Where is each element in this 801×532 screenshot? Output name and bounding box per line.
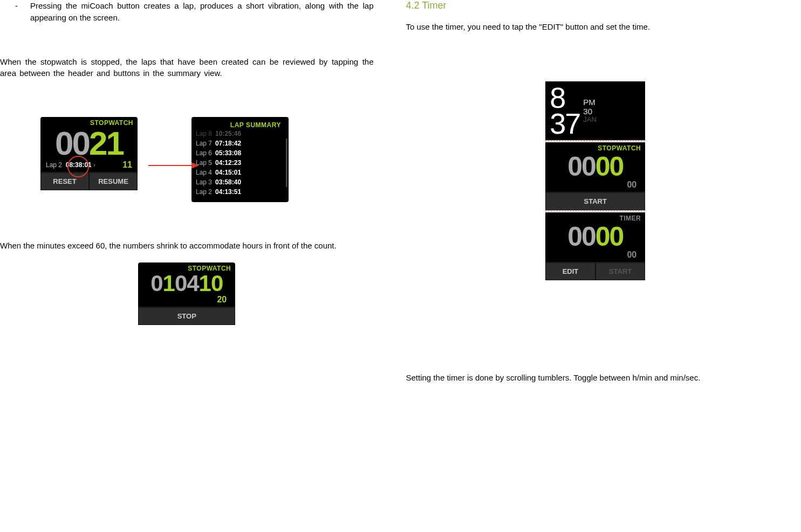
clock-hours: 8 [550, 85, 580, 111]
hours-dim2: 04 [175, 271, 199, 296]
clock-ampm: PM [583, 98, 597, 107]
resume-button[interactable]: RESUME [89, 172, 138, 190]
start-button[interactable]: START [545, 192, 645, 210]
clock-day: 30 [583, 107, 597, 116]
digits-minutes-accent: 21 [89, 125, 123, 162]
hours-sub-row: 20 [138, 295, 235, 307]
stopwatch-hours-digits: 010410 [138, 272, 235, 295]
lap-row: Lap 810:25:46 [196, 129, 285, 139]
bullet-text: Pressing the miCoach button creates a la… [30, 0, 374, 24]
lap-list[interactable]: Lap 810:25:46Lap 707:18:42Lap 605:33:08L… [196, 129, 285, 197]
lap-label: Lap 2 08:38:01 › [46, 161, 95, 169]
hours-accent2: 10 [199, 271, 223, 296]
timer-start-button-disabled: START [595, 262, 646, 280]
zero-dim: 00 [567, 151, 595, 182]
lap-row: Lap 504:12:23 [196, 158, 285, 168]
stopwatch-zero-digits: 0000 [545, 152, 645, 180]
timer-header: TIMER [545, 212, 645, 222]
timer-dim: 00 [567, 222, 595, 252]
timer-screen: TIMER 0000 00 EDIT START [545, 212, 645, 280]
timer-accent: 00 [595, 222, 624, 252]
stop-button[interactable]: STOP [138, 307, 235, 325]
lap-summary-header: LAP SUMMARY [196, 119, 285, 129]
clock-screen: 8 37 PM 30 JAN [545, 81, 645, 140]
separator-dashed-icon-2 [545, 211, 645, 212]
scrollbar[interactable] [286, 139, 287, 187]
section-4-2-title: 4.2 Timer [406, 0, 785, 11]
timer-digits: 0000 [545, 222, 645, 250]
lap-summary-screen: LAP SUMMARY Lap 810:25:46Lap 707:18:42La… [191, 117, 289, 202]
timer-stack: 8 37 PM 30 JAN STOPWATCH 0000 00 START [545, 81, 645, 280]
hours-paragraph: When the minutes exceed 60, the numbers … [0, 240, 374, 252]
zero-accent: 00 [595, 151, 624, 182]
lap-row: Lap 204:13:51 [196, 187, 285, 197]
reset-button[interactable]: RESET [40, 172, 89, 190]
lap-row: Lap 303:58:40 [196, 177, 285, 187]
timer-intro: To use the timer, you need to tap the "E… [406, 21, 785, 33]
stopwatch-digits: 0021 [40, 127, 138, 160]
separator-dashed-icon [545, 141, 645, 142]
lap-info-row[interactable]: Lap 2 08:38:01 › 11 [40, 160, 138, 172]
timer-sub: 00 [545, 250, 645, 262]
timer-sub-seconds: 00 [627, 250, 636, 260]
zero-sub-seconds: 00 [627, 180, 636, 190]
sub-seconds: 11 [122, 160, 132, 170]
hours-accent1: 1 [163, 271, 175, 296]
stopwatch-figures: STOPWATCH 0021 Lap 2 08:38:01 › 11 RESET… [40, 117, 374, 202]
bullet-marker: - [15, 0, 20, 24]
stopwatch-hours-screen: STOPWATCH 010410 20 STOP [138, 262, 235, 325]
stopwatch-zero-sub: 00 [545, 180, 645, 192]
lap-row: Lap 707:18:42 [196, 139, 285, 148]
clock-month: JAN [583, 116, 597, 124]
lap-row: Lap 605:33:08 [196, 148, 285, 158]
lap-row: Lap 404:15:01 [196, 168, 285, 177]
review-paragraph: When the stopwatch is stopped, the laps … [0, 56, 374, 80]
lap-description: - Pressing the miCoach button creates a … [0, 0, 374, 24]
clock-time: 8 37 [550, 85, 580, 137]
clock-minutes: 37 [550, 110, 580, 137]
timer-closing: Setting the timer is done by scrolling t… [406, 372, 785, 384]
clock-date: PM 30 JAN [580, 85, 597, 137]
digits-minutes-dim: 00 [55, 125, 89, 162]
stopwatch-zero-header: STOPWATCH [545, 142, 645, 152]
edit-button[interactable]: EDIT [545, 262, 595, 280]
hours-dim1: 0 [150, 271, 162, 296]
stopwatch-zero-screen: STOPWATCH 0000 00 START [545, 142, 645, 210]
hours-sub-seconds: 20 [217, 295, 227, 305]
stopwatch-screen: STOPWATCH 0021 Lap 2 08:38:01 › 11 RESET… [40, 117, 138, 190]
